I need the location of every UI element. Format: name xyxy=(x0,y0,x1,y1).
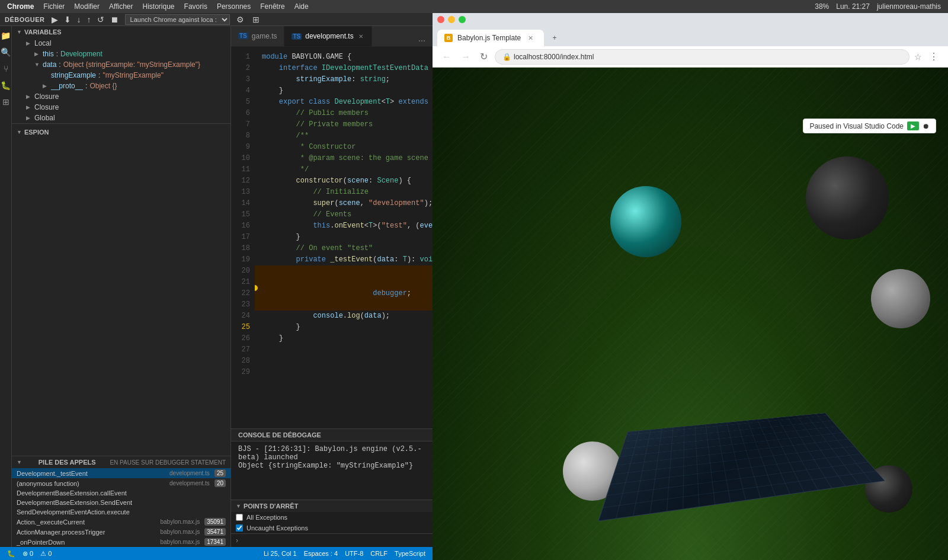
reload-button[interactable]: ↻ xyxy=(478,50,490,63)
address-bar[interactable]: 🔒 localhost:8000/index.html xyxy=(495,49,909,65)
tab-game-ts[interactable]: TS game.ts xyxy=(231,26,284,46)
menu-modifier[interactable]: Modifier xyxy=(74,2,100,11)
closure2-group[interactable]: ▶ Closure xyxy=(12,102,230,113)
step-over-button[interactable]: ⬇ xyxy=(62,15,73,24)
variables-section: ▼ VARIABLES ▶ Local ▶ xyxy=(12,26,230,123)
debug-controls[interactable]: ▶ ⬇ ↓ ↑ ↺ ⏹ xyxy=(50,15,120,24)
status-right: Li 25, Col 1 Espaces : 4 UTF-8 CRLF Type… xyxy=(264,550,425,557)
closure1-group[interactable]: ▶ Closure xyxy=(12,91,230,102)
menu-fenetre[interactable]: Fenêtre xyxy=(260,2,284,11)
tab-dev-ts-icon: TS xyxy=(292,33,302,40)
uncaught-exceptions-checkbox[interactable] xyxy=(236,524,243,532)
mac-titlebar: Chrome Fichier Modifier Afficher Histori… xyxy=(0,0,948,13)
callstack-item-5[interactable]: Action._executeCurrent babylon.max.js 35… xyxy=(12,517,230,527)
search-icon[interactable]: 🔍 xyxy=(1,47,11,57)
debugger-record-button[interactable]: ⏺ xyxy=(923,122,930,130)
tab-more-button[interactable]: ⋯ xyxy=(416,36,428,46)
back-button[interactable]: ← xyxy=(440,50,454,63)
bookmark-icon[interactable]: ☆ xyxy=(914,52,922,62)
var-string-example[interactable]: stringExample : "myStringExample" xyxy=(12,70,230,81)
callstack-header: ▼ PILE DES APPELS EN PAUSE SUR DEBUGGER … xyxy=(12,456,230,468)
git-icon[interactable]: ⑂ xyxy=(1,64,11,73)
game-canvas: Paused in Visual Studio Code ▶ ⏺ xyxy=(433,68,948,560)
code-line-1: module BABYLON.GAME { xyxy=(255,52,433,63)
step-into-button[interactable]: ↓ xyxy=(75,15,83,24)
local-group[interactable]: ▶ Local xyxy=(12,38,230,49)
chrome-menu-button[interactable]: ⋮ xyxy=(927,50,941,63)
chrome-tab-babylon[interactable]: B Babylon.js Template ✕ xyxy=(437,30,544,46)
chrome-new-tab-button[interactable]: + xyxy=(546,30,563,46)
callstack-name-0: Development._testEvent xyxy=(17,470,88,477)
traffic-lights[interactable] xyxy=(437,16,466,23)
callstack-item-6[interactable]: ActionManager.processTrigger babylon.max… xyxy=(12,527,230,537)
code-content[interactable]: module BABYLON.GAME { interface IDevelop… xyxy=(255,47,433,428)
var-proto[interactable]: ▶ __proto__ : Object {} xyxy=(12,81,230,91)
traffic-light-maximize[interactable] xyxy=(459,16,466,23)
cursor-position: Li 25, Col 1 xyxy=(264,550,297,557)
step-out-button[interactable]: ↑ xyxy=(85,15,93,24)
tab-game-ts-label: game.ts xyxy=(252,32,277,40)
mac-menu[interactable]: Chrome Fichier Modifier Afficher Histori… xyxy=(7,2,309,11)
callstack-item-2[interactable]: DevelopmentBaseExtension.callEvent xyxy=(12,488,230,498)
menu-aide[interactable]: Aide xyxy=(294,2,309,11)
global-group[interactable]: ▶ Global xyxy=(12,113,230,123)
traffic-light-close[interactable] xyxy=(437,16,444,23)
code-line-2: interface IDevelopmentTestEventData { xyxy=(255,63,433,74)
spy-section: ▼ ESPION xyxy=(12,123,230,456)
breakpoints-section-header[interactable]: ▼ POINTS D'ARRÊT xyxy=(231,500,433,512)
callstack-name-5: Action._executeCurrent xyxy=(17,519,85,526)
console-header: CONSOLE DE DÉBOGAGE xyxy=(231,429,433,441)
spy-section-header[interactable]: ▼ ESPION xyxy=(12,126,230,138)
debug-layout-button[interactable]: ⊞ xyxy=(251,15,261,24)
breakpoints-chevron: ▼ xyxy=(236,503,241,509)
chrome-tab-close-button[interactable]: ✕ xyxy=(528,34,533,42)
callstack-name-7: _onPointerDown xyxy=(17,539,65,546)
callstack-item-4[interactable]: SendDevelopmentEventAction.execute xyxy=(12,507,230,517)
extensions-icon[interactable]: ⊞ xyxy=(1,97,11,107)
string-example-colon: : xyxy=(98,71,100,79)
traffic-light-minimize[interactable] xyxy=(448,16,455,23)
restart-button[interactable]: ↺ xyxy=(95,15,106,24)
breakpoint-uncaught-exceptions[interactable]: Uncaught Exceptions xyxy=(231,523,433,533)
data-expand: ▼ xyxy=(34,62,40,68)
callstack-item-0[interactable]: Development._testEvent development.ts 25 xyxy=(12,468,230,478)
console-panel: CONSOLE DE DÉBOGAGE BJS - [21:26:31]: Ba… xyxy=(231,428,433,500)
breakpoint-all-exceptions[interactable]: All Exceptions xyxy=(231,512,433,523)
menu-personnes[interactable]: Personnes xyxy=(217,2,251,11)
var-data[interactable]: ▼ data : Object {stringExample: "myStrin… xyxy=(12,59,230,70)
all-exceptions-checkbox[interactable] xyxy=(236,514,243,521)
debug-settings-button[interactable]: ⚙ xyxy=(235,15,246,24)
breakpoints-label: POINTS D'ARRÊT xyxy=(244,503,298,510)
debugger-resume-button[interactable]: ▶ xyxy=(907,121,919,130)
var-this[interactable]: ▶ this : Development xyxy=(12,49,230,59)
explorer-icon[interactable]: 📁 xyxy=(1,31,11,40)
tab-development-ts[interactable]: TS development.ts ✕ xyxy=(284,26,371,46)
chrome-tab-title: Babylon.js Template xyxy=(457,34,521,42)
menu-afficher[interactable]: Afficher xyxy=(109,2,133,11)
callstack-item-3[interactable]: DevelopmentBaseExtension.SendEvent xyxy=(12,498,230,507)
debug-config-select[interactable]: Launch Chrome against loca : xyxy=(125,14,230,25)
vscode-activity-bar: 📁 🔍 ⑂ 🐛 ⊞ xyxy=(0,26,12,547)
menu-historique[interactable]: Historique xyxy=(143,2,175,11)
debug-section-label: DÉBOGUER xyxy=(5,16,45,23)
variables-section-header[interactable]: ▼ VARIABLES xyxy=(12,26,230,38)
debug-icon[interactable]: 🐛 xyxy=(1,81,11,90)
tab-dev-close-button[interactable]: ✕ xyxy=(357,33,364,40)
console-content[interactable]: BJS - [21:26:31]: Babylon.js engine (v2.… xyxy=(231,441,433,500)
code-editor[interactable]: 12345 678910 1112131415 1617181920 21222… xyxy=(231,47,433,428)
username: julienmoreau-mathis xyxy=(877,2,941,11)
menu-chrome[interactable]: Chrome xyxy=(7,2,34,11)
tab-dev-ts-label: development.ts xyxy=(305,32,353,40)
continue-button[interactable]: ▶ xyxy=(50,15,60,24)
menu-favoris[interactable]: Favoris xyxy=(184,2,207,11)
code-line-16: // Initialize xyxy=(255,187,433,198)
callstack-item-7[interactable]: _onPointerDown babylon.max.js 17341 xyxy=(12,537,230,547)
callstack-item-1[interactable]: (anonymous function) development.ts 20 xyxy=(12,478,230,488)
tabs-bar: TS game.ts TS development.ts ✕ ⋯ xyxy=(231,26,433,47)
stop-button[interactable]: ⏹ xyxy=(108,15,120,24)
menu-fichier[interactable]: Fichier xyxy=(43,2,65,11)
warning-number: 0 xyxy=(48,550,52,557)
forward-button[interactable]: → xyxy=(459,50,473,63)
breakpoints-more-button[interactable]: › xyxy=(231,533,433,547)
indent-size: Espaces : 4 xyxy=(304,550,338,557)
